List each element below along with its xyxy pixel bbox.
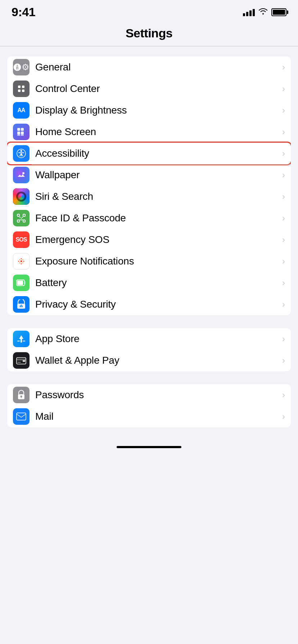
app-store-label: App Store bbox=[35, 333, 279, 345]
accessibility-icon bbox=[13, 145, 30, 162]
settings-row-emergency-sos[interactable]: SOS Emergency SOS › bbox=[7, 229, 291, 250]
signal-icon bbox=[243, 8, 255, 16]
battery-label: Battery bbox=[35, 277, 279, 289]
siri-icon bbox=[13, 188, 30, 205]
battery-icon bbox=[13, 275, 30, 291]
siri-search-chevron: › bbox=[282, 192, 285, 202]
settings-group-3: Passwords › Mail › bbox=[7, 384, 291, 427]
wallet-label: Wallet & Apple Pay bbox=[35, 355, 279, 366]
settings-row-passwords[interactable]: Passwords › bbox=[7, 384, 291, 406]
general-icon: ⚙ bbox=[13, 59, 30, 75]
svg-point-24 bbox=[23, 261, 24, 262]
settings-row-battery[interactable]: Battery › bbox=[7, 272, 291, 294]
battery-status-icon bbox=[271, 8, 286, 16]
status-bar: 9:41 bbox=[0, 0, 298, 22]
general-label: General bbox=[35, 61, 279, 73]
svg-point-20 bbox=[21, 261, 22, 262]
wallet-chevron: › bbox=[282, 355, 285, 365]
svg-point-28 bbox=[22, 262, 23, 263]
general-chevron: › bbox=[282, 62, 285, 72]
home-screen-icon bbox=[13, 124, 30, 140]
control-center-label: Control Center bbox=[35, 83, 279, 95]
settings-content: ⚙ General › Control Center › AA D bbox=[0, 46, 298, 427]
svg-rect-9 bbox=[17, 134, 20, 136]
passwords-chevron: › bbox=[282, 390, 285, 400]
mail-chevron: › bbox=[282, 411, 285, 422]
wifi-icon bbox=[258, 8, 268, 17]
svg-point-12 bbox=[21, 150, 22, 152]
display-brightness-icon: AA bbox=[13, 102, 30, 119]
home-screen-label: Home Screen bbox=[35, 126, 279, 138]
svg-point-23 bbox=[18, 261, 19, 262]
svg-point-22 bbox=[21, 263, 22, 264]
svg-rect-15 bbox=[23, 214, 25, 216]
display-brightness-label: Display & Brightness bbox=[35, 105, 279, 116]
wallpaper-icon bbox=[13, 167, 30, 183]
privacy-security-icon bbox=[13, 296, 30, 313]
face-id-icon bbox=[13, 210, 30, 226]
wallpaper-label: Wallpaper bbox=[35, 169, 279, 181]
wallpaper-chevron: › bbox=[282, 170, 285, 180]
svg-point-13 bbox=[22, 172, 24, 174]
privacy-security-chevron: › bbox=[282, 299, 285, 309]
accessibility-chevron: › bbox=[282, 148, 285, 158]
wallet-icon bbox=[13, 352, 30, 369]
emergency-sos-icon: SOS bbox=[13, 231, 30, 248]
svg-point-25 bbox=[19, 259, 20, 260]
svg-rect-10 bbox=[21, 134, 24, 136]
exposure-notifications-icon bbox=[13, 253, 30, 270]
settings-row-face-id[interactable]: Face ID & Passcode › bbox=[7, 207, 291, 229]
svg-rect-1 bbox=[18, 86, 21, 88]
settings-row-general[interactable]: ⚙ General › bbox=[7, 56, 291, 78]
settings-row-exposure-notifications[interactable]: Exposure Notifications › bbox=[7, 250, 291, 272]
home-bar bbox=[117, 446, 181, 448]
status-time: 9:41 bbox=[12, 5, 35, 19]
passwords-label: Passwords bbox=[35, 389, 279, 401]
settings-group-1: ⚙ General › Control Center › AA D bbox=[7, 56, 291, 315]
mail-label: Mail bbox=[35, 411, 279, 422]
page-header: Settings bbox=[0, 22, 298, 46]
settings-row-wallpaper[interactable]: Wallpaper › bbox=[7, 164, 291, 186]
svg-rect-14 bbox=[17, 214, 19, 216]
svg-rect-2 bbox=[22, 86, 24, 88]
siri-search-label: Siri & Search bbox=[35, 191, 279, 202]
exposure-notifications-chevron: › bbox=[282, 256, 285, 266]
settings-row-accessibility[interactable]: Accessibility › bbox=[7, 143, 291, 164]
settings-row-mail[interactable]: Mail › bbox=[7, 406, 291, 427]
svg-point-27 bbox=[19, 262, 20, 263]
settings-row-control-center[interactable]: Control Center › bbox=[7, 78, 291, 100]
svg-rect-8 bbox=[21, 132, 24, 134]
control-center-icon bbox=[13, 80, 30, 97]
svg-rect-30 bbox=[17, 281, 23, 285]
svg-point-21 bbox=[21, 258, 22, 259]
accessibility-label: Accessibility bbox=[35, 148, 279, 159]
passwords-icon bbox=[13, 387, 30, 403]
control-center-chevron: › bbox=[282, 84, 285, 94]
svg-rect-17 bbox=[23, 220, 25, 222]
settings-row-app-store[interactable]: App Store › bbox=[7, 328, 291, 350]
svg-rect-7 bbox=[17, 132, 20, 134]
face-id-label: Face ID & Passcode bbox=[35, 212, 279, 224]
settings-row-display-brightness[interactable]: AA Display & Brightness › bbox=[7, 100, 291, 121]
svg-rect-38 bbox=[17, 413, 26, 420]
settings-row-wallet[interactable]: Wallet & Apple Pay › bbox=[7, 350, 291, 371]
emergency-sos-chevron: › bbox=[282, 235, 285, 245]
svg-rect-5 bbox=[17, 128, 20, 131]
settings-row-home-screen[interactable]: Home Screen › bbox=[7, 121, 291, 143]
svg-point-19 bbox=[22, 217, 23, 218]
app-store-chevron: › bbox=[282, 334, 285, 344]
mail-icon bbox=[13, 408, 30, 425]
app-store-icon bbox=[13, 331, 30, 347]
settings-row-siri-search[interactable]: Siri & Search › bbox=[7, 186, 291, 207]
svg-rect-6 bbox=[21, 128, 24, 131]
settings-group-2: App Store › Wallet & Apple Pay › bbox=[7, 328, 291, 371]
svg-rect-3 bbox=[18, 89, 21, 92]
emergency-sos-label: Emergency SOS bbox=[35, 234, 279, 245]
svg-rect-35 bbox=[23, 360, 25, 362]
svg-point-32 bbox=[21, 305, 22, 306]
display-brightness-chevron: › bbox=[282, 105, 285, 115]
svg-rect-16 bbox=[17, 220, 19, 222]
page-title: Settings bbox=[126, 26, 172, 40]
svg-rect-4 bbox=[22, 89, 24, 92]
settings-row-privacy-security[interactable]: Privacy & Security › bbox=[7, 294, 291, 315]
